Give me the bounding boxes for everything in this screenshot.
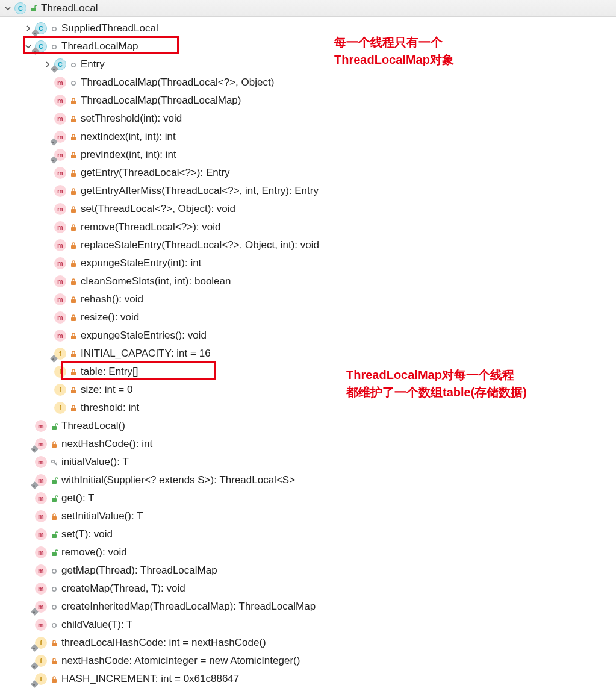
field-icon: f xyxy=(54,402,66,414)
method-icon: m xyxy=(54,149,66,161)
private-lock-icon xyxy=(69,331,77,340)
private-lock-icon xyxy=(49,657,58,665)
package-private-icon xyxy=(49,24,58,33)
method-icon: m xyxy=(35,420,47,432)
tree-row[interactable]: minitialValue(): T xyxy=(0,453,616,471)
method-icon: m xyxy=(54,203,66,215)
expand-toggle-root[interactable] xyxy=(4,5,12,11)
public-open-lock-icon xyxy=(49,494,58,502)
node-label: nextIndex(int, int): int xyxy=(81,131,176,143)
node-label: threshold: int xyxy=(81,402,139,414)
node-label: prevIndex(int, int): int xyxy=(81,149,176,161)
private-lock-icon xyxy=(69,169,77,177)
method-icon: m xyxy=(54,257,66,269)
chevron-right-icon[interactable] xyxy=(43,61,52,67)
tree-row[interactable]: mcleanSomeSlots(int, int): boolean xyxy=(0,272,616,290)
public-open-lock-icon xyxy=(49,548,58,557)
private-lock-icon xyxy=(49,675,58,683)
chevron-right-icon[interactable] xyxy=(24,25,33,31)
tree-row[interactable]: mresize(): void xyxy=(0,308,616,327)
tree-row[interactable]: mprevIndex(int, int): int xyxy=(0,146,616,164)
tree-row[interactable]: CSuppliedThreadLocal xyxy=(0,19,616,37)
field-icon: f xyxy=(54,348,66,360)
node-label: ThreadLocalMap(ThreadLocalMap) xyxy=(81,95,241,107)
tree-row[interactable]: mreplaceStaleEntry(ThreadLocal<?>, Objec… xyxy=(0,236,616,254)
node-label: set(ThreadLocal<?>, Object): void xyxy=(81,203,235,215)
private-lock-icon xyxy=(69,404,77,412)
node-label: getMap(Thread): ThreadLocalMap xyxy=(61,564,217,577)
tree-row[interactable]: msetInitialValue(): T xyxy=(0,507,616,525)
node-label: ThreadLocal() xyxy=(61,420,125,432)
method-icon: m xyxy=(54,221,66,233)
method-icon: m xyxy=(54,131,66,143)
tree-row[interactable]: mcreateInheritedMap(ThreadLocalMap): Thr… xyxy=(0,598,616,616)
private-lock-icon xyxy=(69,96,77,105)
annotation-1: 每一个线程只有一个 ThreadLocalMap对象 xyxy=(334,34,454,69)
tree-row[interactable]: CEntry xyxy=(0,55,616,73)
package-private-icon xyxy=(69,60,77,69)
method-icon: m xyxy=(54,167,66,179)
private-lock-icon xyxy=(69,133,77,141)
field-icon: f xyxy=(35,637,47,649)
public-open-lock-icon xyxy=(49,476,58,484)
highlight-box-table-field xyxy=(61,361,216,380)
public-open-lock-icon xyxy=(29,4,37,13)
annotation-2: ThreadLocalMap对每一个线程 都维护了一个数组table(存储数据) xyxy=(346,366,527,401)
node-label: rehash(): void xyxy=(81,293,143,305)
method-icon: m xyxy=(35,601,47,613)
tree-row[interactable]: mexpungeStaleEntry(int): int xyxy=(0,254,616,272)
tree-row[interactable]: mexpungeStaleEntries(): void xyxy=(0,327,616,345)
tree-row[interactable]: mremove(): void xyxy=(0,543,616,561)
private-lock-icon xyxy=(69,313,77,322)
node-label: SuppliedThreadLocal xyxy=(61,22,158,34)
tree-row[interactable]: mset(ThreadLocal<?>, Object): void xyxy=(0,200,616,218)
tree-row[interactable]: mgetEntry(ThreadLocal<?>): Entry xyxy=(0,164,616,182)
class-icon: C xyxy=(14,2,26,14)
tree-row[interactable]: mchildValue(T): T xyxy=(0,616,616,634)
tree-row[interactable]: fthreshold: int xyxy=(0,399,616,417)
node-label: size: int = 0 xyxy=(81,384,132,396)
protected-key-icon xyxy=(49,458,58,466)
method-icon: m xyxy=(35,456,47,468)
private-lock-icon xyxy=(69,223,77,231)
node-label: set(T): void xyxy=(61,528,113,540)
method-icon: m xyxy=(54,311,66,324)
private-lock-icon xyxy=(49,440,58,448)
tree-row[interactable]: msetThreshold(int): void xyxy=(0,110,616,128)
node-label: INITIAL_CAPACITY: int = 16 xyxy=(81,348,211,360)
tree-row[interactable]: mrehash(): void xyxy=(0,290,616,308)
tree-row[interactable]: mset(T): void xyxy=(0,525,616,543)
tree-row[interactable]: mget(): T xyxy=(0,489,616,507)
node-label: remove(): void xyxy=(61,546,127,558)
tree-row[interactable]: fHASH_INCREMENT: int = 0x61c88647 xyxy=(0,670,616,688)
method-icon: m xyxy=(54,185,66,197)
tree-row[interactable]: mwithInitial(Supplier<? extends S>): Thr… xyxy=(0,471,616,489)
class-icon: C xyxy=(54,58,66,70)
root-class-label: ThreadLocal xyxy=(41,2,98,14)
tree-row[interactable]: mThreadLocal() xyxy=(0,417,616,435)
tree-row[interactable]: mcreateMap(Thread, T): void xyxy=(0,580,616,598)
tree-row[interactable]: fthreadLocalHashCode: int = nextHashCode… xyxy=(0,634,616,652)
method-icon: m xyxy=(35,474,47,486)
tree-row[interactable]: mgetMap(Thread): ThreadLocalMap xyxy=(0,561,616,580)
package-private-icon xyxy=(49,602,58,611)
method-icon: m xyxy=(54,275,66,287)
method-icon: m xyxy=(35,438,47,450)
method-icon: m xyxy=(35,528,47,540)
tree-row[interactable]: fINITIAL_CAPACITY: int = 16 xyxy=(0,345,616,363)
method-icon: m xyxy=(35,492,47,504)
tree-row[interactable]: fnextHashCode: AtomicInteger = new Atomi… xyxy=(0,652,616,670)
public-open-lock-icon xyxy=(49,530,58,539)
node-label: expungeStaleEntry(int): int xyxy=(81,257,201,269)
tree-row[interactable]: mnextIndex(int, int): int xyxy=(0,128,616,146)
tree-row[interactable]: mThreadLocalMap(ThreadLocalMap) xyxy=(0,92,616,110)
node-label: Entry xyxy=(81,58,105,70)
node-label: HASH_INCREMENT: int = 0x61c88647 xyxy=(61,673,239,685)
tree-row[interactable]: mgetEntryAfterMiss(ThreadLocal<?>, int, … xyxy=(0,182,616,200)
tree-row[interactable]: mnextHashCode(): int xyxy=(0,435,616,453)
private-lock-icon xyxy=(49,512,58,521)
node-label: childValue(T): T xyxy=(61,619,132,631)
tree-row[interactable]: mremove(ThreadLocal<?>): void xyxy=(0,218,616,236)
node-label: nextHashCode: AtomicInteger = new Atomic… xyxy=(61,655,300,667)
tree-row[interactable]: mThreadLocalMap(ThreadLocal<?>, Object) xyxy=(0,73,616,92)
